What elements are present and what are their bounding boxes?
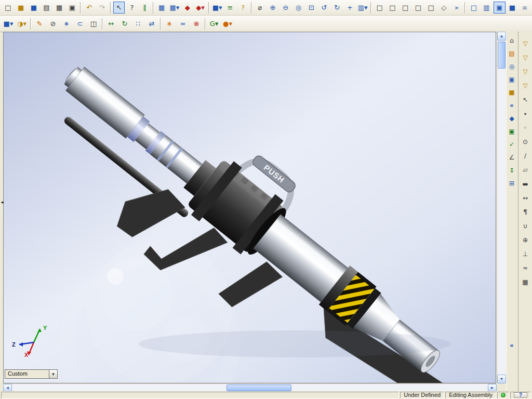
save-icon[interactable]: ■ bbox=[28, 2, 39, 14]
zoom-to-fit-icon[interactable]: ◎ bbox=[292, 2, 304, 14]
quick-help-icon[interactable]: ? bbox=[514, 392, 527, 398]
pan-icon[interactable]: + bbox=[344, 2, 356, 14]
shaded-with-edges-icon[interactable]: ▣ bbox=[494, 2, 506, 14]
filter-clear-all-icon[interactable]: ▽ bbox=[521, 81, 530, 91]
mirror-components-icon[interactable]: ⇄ bbox=[145, 18, 158, 30]
view-top-icon[interactable]: □ bbox=[425, 2, 437, 14]
filter-blocks-icon[interactable]: ▦ bbox=[521, 277, 530, 287]
filter-surfaces-icon[interactable]: ▬ bbox=[521, 179, 530, 189]
design-binder-icon[interactable]: ▤ bbox=[507, 49, 517, 59]
hide-show-components-icon[interactable]: ◑▾ bbox=[16, 18, 28, 30]
filter-edges-icon[interactable]: ▽ bbox=[521, 53, 530, 63]
interference-detection-icon[interactable]: ⊗ bbox=[190, 18, 203, 30]
rotate-view-icon[interactable]: ↻ bbox=[331, 2, 343, 14]
exploded-view-icon[interactable]: ∗ bbox=[163, 18, 176, 30]
view-back-icon[interactable]: □ bbox=[387, 2, 398, 14]
grid-tool-icon[interactable]: ⊞ bbox=[507, 179, 517, 189]
filter-vertices-icon[interactable]: ▽ bbox=[521, 39, 530, 49]
make-drawing-icon[interactable]: ▤ bbox=[41, 2, 52, 14]
more-views-icon[interactable]: » bbox=[451, 2, 463, 14]
selection-filter-icon[interactable]: ‖ bbox=[139, 2, 151, 14]
vertical-scrollbar[interactable]: ▲ ▼ bbox=[497, 32, 506, 383]
view-left-icon[interactable]: □ bbox=[400, 2, 411, 14]
help-icon[interactable]: ? bbox=[237, 2, 249, 14]
collapse-panel-bottom-icon[interactable]: « bbox=[507, 341, 517, 351]
filter-datums-icon[interactable]: ⊥ bbox=[521, 249, 530, 259]
scroll-right-icon[interactable]: ► bbox=[488, 384, 497, 392]
open-folder-icon[interactable]: ■ bbox=[15, 2, 27, 14]
component-pattern-icon[interactable]: ∷ bbox=[132, 18, 144, 30]
assembly-model-canvas[interactable]: PUSH bbox=[4, 32, 496, 383]
measure-icon[interactable]: ⌀ bbox=[254, 2, 266, 14]
zoom-window-icon[interactable]: ◎ bbox=[507, 62, 517, 72]
redo-icon[interactable]: ↷ bbox=[96, 2, 108, 14]
vertical-scroll-thumb[interactable] bbox=[498, 42, 506, 69]
no-external-references-icon[interactable]: ⊘ bbox=[47, 18, 59, 30]
shaded-icon[interactable]: ■ bbox=[507, 2, 518, 14]
new-document-icon[interactable]: □ bbox=[2, 2, 14, 14]
wireframe-icon[interactable]: □ bbox=[468, 2, 480, 14]
equations-icon[interactable]: ◆ bbox=[181, 2, 193, 14]
rotate-component-icon[interactable]: ↻ bbox=[118, 18, 131, 30]
simulation-icon[interactable]: G▾ bbox=[208, 18, 220, 30]
view-orientation-combo[interactable]: Custom ▼ bbox=[5, 369, 58, 379]
scroll-down-icon[interactable]: ▼ bbox=[497, 375, 506, 383]
image-capture-icon[interactable]: ▣ bbox=[507, 75, 517, 85]
zoom-to-area-icon[interactable]: ⊡ bbox=[305, 2, 317, 14]
view-orientation-value[interactable]: Custom bbox=[5, 369, 49, 379]
display-settings-icon[interactable]: ■▾ bbox=[211, 2, 223, 14]
filter-faces-icon[interactable]: ▽ bbox=[521, 67, 530, 77]
filter-midpoints-icon[interactable]: ◦ bbox=[521, 123, 530, 133]
undo-icon[interactable]: ↶ bbox=[83, 2, 95, 14]
filter-planes-icon[interactable]: ▱ bbox=[521, 165, 530, 175]
panel-splitter-arrow-icon[interactable]: ◄ bbox=[0, 200, 4, 206]
filter-sketch-points-icon[interactable]: ∙ bbox=[521, 109, 530, 119]
component-preview-icon[interactable]: ◫ bbox=[87, 18, 100, 30]
view-right-icon[interactable]: □ bbox=[413, 2, 424, 14]
equations-menu-icon[interactable]: ◆▾ bbox=[194, 2, 206, 14]
collapse-panel-icon[interactable]: « bbox=[507, 101, 517, 111]
zoom-in-icon[interactable]: ⊕ bbox=[267, 2, 279, 14]
combo-dropdown-icon[interactable]: ▼ bbox=[49, 369, 58, 379]
horizontal-scrollbar[interactable]: ◄ ► bbox=[3, 383, 497, 391]
filter-center-marks-icon[interactable]: ⊙ bbox=[521, 137, 530, 147]
insert-components-icon[interactable]: ■▾ bbox=[2, 18, 15, 30]
appearances-icon[interactable]: ●▾ bbox=[221, 18, 234, 30]
hidden-lines-icon[interactable]: ▥ bbox=[481, 2, 493, 14]
select-other-icon[interactable]: ? bbox=[126, 2, 138, 14]
verification-tool-icon[interactable]: ✓ bbox=[507, 140, 517, 150]
filter-routing-points-icon[interactable]: ⊕ bbox=[521, 235, 530, 245]
explode-line-sketch-icon[interactable]: ≈ bbox=[177, 18, 189, 30]
home-icon[interactable]: ⌂ bbox=[507, 36, 517, 46]
filter-dimensions-icon[interactable]: ↔ bbox=[521, 193, 530, 203]
make-assembly-icon[interactable]: ▦ bbox=[54, 2, 65, 14]
print-icon[interactable]: ▣ bbox=[66, 2, 78, 14]
filter-annotations-icon[interactable]: ¶ bbox=[521, 207, 530, 217]
scroll-left-icon[interactable]: ◄ bbox=[3, 384, 12, 392]
design-table-icon[interactable]: ▦ bbox=[156, 2, 168, 14]
mate-icon[interactable]: ⊂ bbox=[74, 18, 86, 30]
scroll-up-icon[interactable]: ▲ bbox=[497, 32, 506, 41]
filter-axes-icon[interactable]: ∕ bbox=[521, 151, 530, 161]
dimension-tool-icon[interactable]: ↕ bbox=[507, 166, 517, 176]
section-view-icon[interactable]: ▥▾ bbox=[357, 2, 369, 14]
view-front-icon[interactable]: □ bbox=[374, 2, 385, 14]
horizontal-scroll-thumb[interactable] bbox=[227, 384, 291, 391]
previous-view-icon[interactable]: ↺ bbox=[318, 2, 330, 14]
selection-filter-arrow-icon[interactable]: ↖ bbox=[521, 95, 530, 105]
graphics-area[interactable]: PUSH bbox=[3, 32, 496, 383]
move-component-icon[interactable]: ↔ bbox=[105, 18, 117, 30]
file-explorer-icon[interactable]: ■ bbox=[507, 88, 517, 98]
toolbar-overflow-icon[interactable]: ≡ bbox=[519, 2, 530, 14]
filter-weld-beads-icon[interactable]: ∪ bbox=[521, 221, 530, 231]
edit-component-icon[interactable]: ✎ bbox=[33, 18, 46, 30]
angle-tool-icon[interactable]: ∠ bbox=[507, 153, 517, 163]
select-icon[interactable]: ↖ bbox=[113, 2, 125, 14]
scene-tool-icon[interactable]: ▣ bbox=[507, 127, 517, 137]
view-isometric-icon[interactable]: ◇ bbox=[438, 2, 450, 14]
zoom-out-icon[interactable]: ⊖ bbox=[280, 2, 291, 14]
smart-fasteners-icon[interactable]: ∗ bbox=[60, 18, 73, 30]
design-table-menu-icon[interactable]: ▦▾ bbox=[169, 2, 181, 14]
task-list-icon[interactable]: ≡ bbox=[224, 2, 236, 14]
appearance-tool-icon[interactable]: ◆ bbox=[507, 114, 517, 124]
